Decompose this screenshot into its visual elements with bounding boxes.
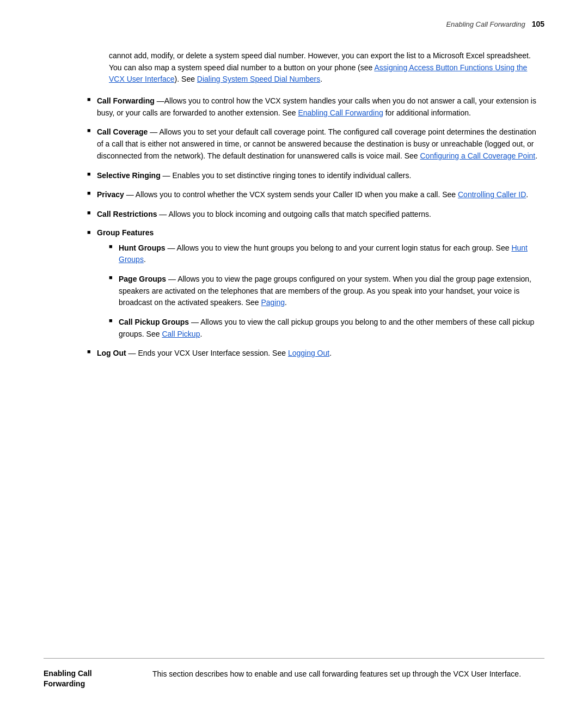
footer-section-title: Enabling Call Forwarding [44,668,152,690]
list-item-hunt-groups: ■ Hunt Groups — Allows you to view the h… [44,242,544,266]
list-item-call-pickup-groups: ■ Call Pickup Groups — Allows you to vie… [44,317,544,340]
call-forwarding-label: Call Forwarding [97,96,155,105]
configuring-call-coverage-link[interactable]: Configuring a Call Coverage Point [420,151,536,160]
log-out-end: . [329,349,332,357]
call-pickup-groups-end: . [200,330,202,338]
call-restrictions-text: — Allows you to block incoming and outgo… [157,210,431,218]
intro-paragraph: cannot add, modify, or delete a system s… [109,50,544,86]
group-features-bullet: ■ [87,229,97,235]
logging-out-link[interactable]: Logging Out [288,349,329,357]
list-item-call-forwarding: ■ Call Forwarding —Allows you to control… [44,95,544,119]
bullet-marker: ■ [109,274,119,281]
main-bullet-list: ■ Call Forwarding —Allows you to control… [44,95,544,221]
call-restrictions-label: Call Restrictions [97,210,157,218]
call-coverage-content: Call Coverage — Allows you to set your d… [97,126,544,162]
call-forwarding-end: for additional information. [383,108,471,117]
page-header: Enabling Call Forwarding 105 [0,0,588,39]
bullet-marker: ■ [87,190,97,196]
page-container: Enabling Call Forwarding 105 cannot add,… [0,0,588,706]
intro-end-text: . [320,75,322,83]
selective-ringing-text: — Enables you to set distinctive ringing… [161,171,412,180]
log-out-text: — Ends your VCX User Interface session. … [126,349,288,357]
call-pickup-link[interactable]: Call Pickup [162,330,200,338]
group-features-header: ■ Group Features [44,228,544,237]
selective-ringing-content: Selective Ringing — Enables you to set d… [97,170,544,182]
bullet-marker: ■ [109,317,119,324]
call-restrictions-content: Call Restrictions — Allows you to block … [97,209,544,221]
group-features-label: Group Features [97,228,154,237]
bullet-marker: ■ [109,243,119,249]
page-footer: Enabling Call Forwarding This section de… [0,658,588,706]
group-features-label-content: Group Features [97,228,154,237]
header-page-number: 105 [532,20,544,28]
bullet-marker: ■ [87,127,97,133]
bullet-marker: ■ [87,171,97,177]
dialing-system-speed-dial-link[interactable]: Dialing System Speed Dial Numbers [197,75,320,83]
selective-ringing-label: Selective Ringing [97,171,161,180]
call-forwarding-content: Call Forwarding —Allows you to control h… [97,95,544,119]
list-item-log-out: ■ Log Out — Ends your VCX User Interface… [44,348,544,360]
call-coverage-label: Call Coverage [97,127,148,136]
hunt-groups-label: Hunt Groups [119,244,166,252]
main-content: cannot add, modify, or delete a system s… [0,39,588,378]
footer-title-text: Enabling Call Forwarding [44,668,142,690]
privacy-text: — Allows you to control whether the VCX … [124,190,458,199]
header-title: Enabling Call Forwarding [446,20,525,28]
privacy-label: Privacy [97,190,124,199]
list-item-privacy: ■ Privacy — Allows you to control whethe… [44,189,544,201]
list-item-page-groups: ■ Page Groups — Allows you to view the p… [44,273,544,309]
footer-title-line2: Forwarding [44,679,85,688]
page-groups-end: . [285,298,287,307]
group-features-sub-list: ■ Hunt Groups — Allows you to view the h… [44,242,544,340]
list-item-call-coverage: ■ Call Coverage — Allows you to set your… [44,126,544,162]
bullet-marker: ■ [87,96,97,102]
controlling-caller-id-link[interactable]: Controlling Caller ID [458,190,526,199]
list-item-call-restrictions: ■ Call Restrictions — Allows you to bloc… [44,209,544,221]
log-out-list: ■ Log Out — Ends your VCX User Interface… [44,348,544,360]
page-groups-content: Page Groups — Allows you to view the pag… [119,273,544,309]
intro-mid-text: ). See [175,75,197,83]
page-groups-text: — Allows you to view the page groups con… [119,275,531,307]
page-groups-label: Page Groups [119,275,166,283]
privacy-end: . [526,190,528,199]
hunt-groups-content: Hunt Groups — Allows you to view the hun… [119,242,544,266]
log-out-content: Log Out — Ends your VCX User Interface s… [97,348,544,360]
call-pickup-groups-content: Call Pickup Groups — Allows you to view … [119,317,544,340]
footer-title-line1: Enabling Call [44,669,92,678]
log-out-label: Log Out [97,349,126,357]
privacy-content: Privacy — Allows you to control whether … [97,189,544,201]
hunt-groups-end: . [144,255,146,264]
enabling-call-forwarding-link[interactable]: Enabling Call Forwarding [298,108,383,117]
call-pickup-groups-label: Call Pickup Groups [119,318,189,326]
call-coverage-end: . [535,151,537,160]
bullet-marker: ■ [87,348,97,355]
hunt-groups-text: — Allows you to view the hunt groups you… [166,244,512,252]
paging-link[interactable]: Paging [261,298,285,307]
bullet-marker: ■ [87,209,97,216]
list-item-selective-ringing: ■ Selective Ringing — Enables you to set… [44,170,544,182]
footer-description: This section describes how to enable and… [152,668,544,680]
footer-content: Enabling Call Forwarding This section de… [0,659,588,706]
